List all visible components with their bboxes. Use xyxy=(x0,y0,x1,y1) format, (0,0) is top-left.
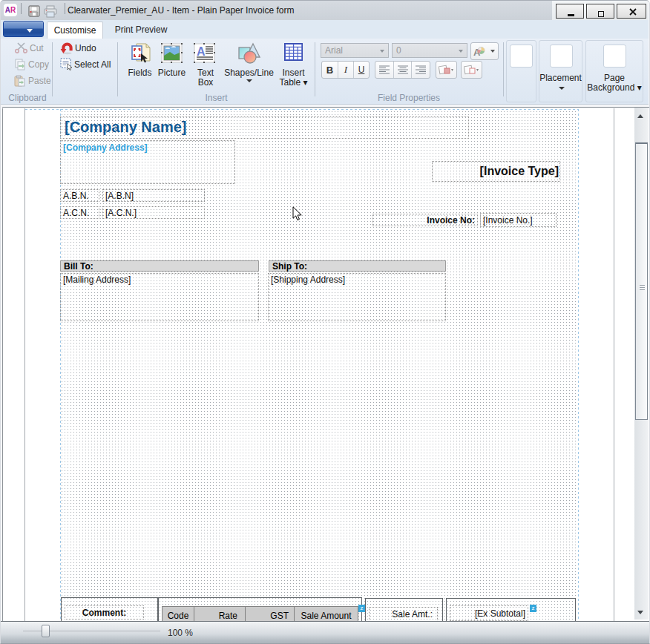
svg-text:A: A xyxy=(197,45,206,58)
